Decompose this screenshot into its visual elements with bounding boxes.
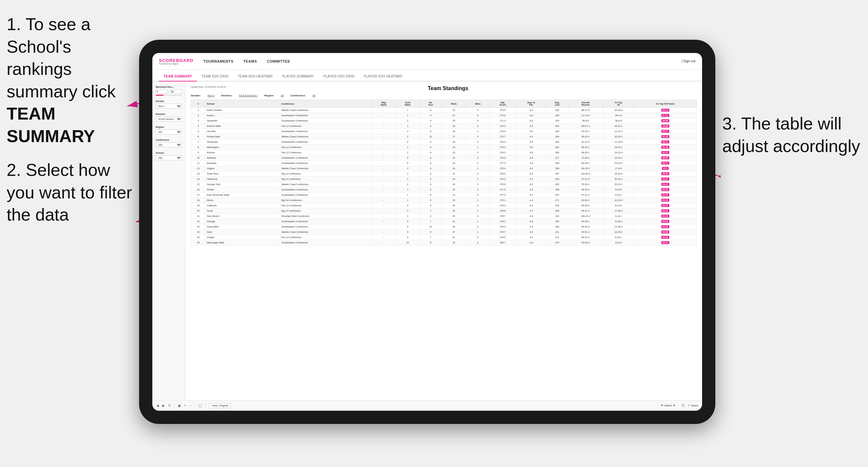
- toolbar-copy-icon[interactable]: ▣: [178, 404, 181, 407]
- col-wins: Wins: [466, 100, 490, 107]
- table-row[interactable]: 13 Texas Tech Big 12 Conference - 1 9 27…: [191, 171, 697, 177]
- cell-overall: 109-24-2: [568, 214, 603, 219]
- cell-adj: -2.0: [516, 224, 547, 229]
- toolbar-forward-icon[interactable]: ▶: [162, 404, 165, 407]
- sub-nav-team-h2h-grid[interactable]: TEAM H2H GRID: [197, 72, 233, 82]
- cell-rag: -: [372, 187, 396, 192]
- sub-nav-team-h2h-heatmap[interactable]: TEAM H2H HEATMAP: [233, 72, 278, 82]
- cell-rnds: 23: [441, 145, 466, 150]
- filter-school-select[interactable]: (All): [156, 155, 182, 160]
- toolbar-grid-icon[interactable]: ☶: [682, 404, 685, 407]
- table-row[interactable]: 9 Arizona Pac-12 Conference - 2 8 23 2 2…: [191, 150, 697, 155]
- table-row[interactable]: 25 Oregon Pac-12 Conference - 9 7 21 0 2…: [191, 235, 697, 240]
- cell-adj: -4.0: [516, 124, 547, 129]
- table-row[interactable]: 21 New Mexico Mountain West Conference -…: [191, 214, 697, 219]
- table-row[interactable]: 24 Duke Atlantic Coast Conference - 5 9 …: [191, 229, 697, 235]
- cell-conf: 1: [396, 214, 420, 219]
- filter-gender-select[interactable]: Men's Women's: [156, 104, 182, 108]
- table-row[interactable]: 12 Virginia Atlantic Coast Conference - …: [191, 166, 697, 171]
- cell-rank: 26: [191, 240, 206, 245]
- cell-top25-rec: 13-24-1: [603, 155, 634, 161]
- cell-conference: Southeastern Conference: [280, 224, 372, 229]
- table-row[interactable]: 17 East Tennessee State Southeastern Con…: [191, 192, 697, 198]
- cell-tour: 8: [420, 240, 441, 245]
- toolbar-plus-icon[interactable]: +: [184, 404, 186, 407]
- rank-badge: 83.54: [661, 220, 669, 223]
- cell-score: 277.4: [490, 192, 516, 198]
- cell-rag: -: [372, 192, 396, 198]
- cell-avg-low: 267: [546, 192, 568, 198]
- sub-nav-player-summary[interactable]: PLAYER SUMMARY: [278, 72, 319, 82]
- cell-conf: 9: [396, 224, 420, 229]
- filter-school-label: School: [156, 151, 182, 154]
- table-row[interactable]: 20 Texas Big 12 Conference - 3 7 22 3 27…: [191, 208, 697, 214]
- cell-rnds: 27: [441, 229, 466, 235]
- filter-region-select[interactable]: N/A All: [156, 129, 182, 134]
- table-row[interactable]: 22 Georgia Southeastern Conference - 8 7…: [191, 219, 697, 224]
- table-row[interactable]: 19 California Pac-12 Conference - 4 8 24…: [191, 203, 697, 208]
- cell-score: 277.5: [490, 187, 516, 192]
- cell-avg-low: 264: [546, 134, 568, 139]
- nav-committee[interactable]: COMMITTEE: [267, 59, 290, 63]
- cell-adj: -1.8: [516, 240, 547, 245]
- cell-school: Florida State: [206, 134, 280, 139]
- filter-conference-select[interactable]: (All): [156, 143, 182, 147]
- filter-min-input[interactable]: [156, 89, 167, 94]
- table-row[interactable]: 6 Florida State Atlantic Coast Conferenc…: [191, 134, 697, 139]
- table-row[interactable]: 8 Washington Pac-12 Conference - 2 8 23 …: [191, 145, 697, 150]
- cell-conf: 1: [396, 113, 420, 118]
- rank-badge: 83.47: [661, 183, 669, 186]
- col-avg-low: Avg.Low: [546, 100, 568, 107]
- table-row[interactable]: 14 Oklahoma Big 12 Conference - 2 8 24 2…: [191, 177, 697, 182]
- cell-badge: 83.34: [634, 171, 696, 177]
- nav-sign-out[interactable]: | Sign out: [682, 59, 695, 63]
- cell-adj: -5.0: [516, 129, 547, 134]
- toolbar-back-icon[interactable]: ◀: [156, 404, 159, 407]
- rank-badge: 80.71: [661, 162, 669, 165]
- table-row[interactable]: 4 Arizona State Pac-12 Conference - 1 9 …: [191, 124, 697, 129]
- toolbar-refresh-icon[interactable]: ↻: [168, 404, 171, 407]
- watch-button[interactable]: 👁 Watch ▼: [661, 404, 675, 407]
- table-row[interactable]: 23 Texas A&M Southeastern Conference - 9…: [191, 224, 697, 229]
- cell-tour: 6: [420, 129, 441, 134]
- table-row[interactable]: 10 Alabama Southeastern Conference - 5 8…: [191, 155, 697, 161]
- sub-nav-team-summary[interactable]: TEAM SUMMARY: [159, 72, 197, 82]
- cell-rnds: 18: [441, 129, 466, 134]
- nav-tournaments[interactable]: TOURNAMENTS: [203, 59, 234, 63]
- view-original-button[interactable]: View: Original: [209, 403, 231, 408]
- cell-wins: 3: [466, 208, 490, 214]
- table-row[interactable]: 11 Arkansas Southeastern Conference - 6 …: [191, 161, 697, 166]
- nav-teams[interactable]: TEAMS: [243, 59, 257, 63]
- filter-max-input[interactable]: [170, 89, 182, 94]
- sub-nav-player-h2h-grid[interactable]: PLAYER H2H GRID: [319, 72, 359, 82]
- table-row[interactable]: 1 North Carolina Atlantic Coast Conferen…: [191, 107, 697, 113]
- table-row[interactable]: 5 Ole Miss Southeastern Conference - 3 6…: [191, 129, 697, 134]
- cell-wins: 1: [466, 229, 490, 235]
- table-row[interactable]: 3 Vanderbilt Southeastern Conference - 2…: [191, 118, 697, 124]
- filter-division-select[interactable]: NCAA Division I NCAA Division II NCAA Di…: [156, 117, 182, 122]
- cell-avg-low: 262: [546, 129, 568, 134]
- table-row[interactable]: 26 Mississippi State Southeastern Confer…: [191, 240, 697, 245]
- sub-nav-player-h2h-heatmap[interactable]: PLAYER H2H HEATMAP: [359, 72, 407, 82]
- slider-bar[interactable]: [156, 95, 182, 96]
- cell-top25-rec: 11-19-0: [603, 139, 634, 145]
- cell-conf: 1: [396, 192, 420, 198]
- table-row[interactable]: 16 Florida Southeastern Conference - 7 9…: [191, 187, 697, 192]
- toolbar-minus-icon[interactable]: −: [189, 404, 191, 407]
- table-row[interactable]: 2 Auburn Southeastern Conference - 1 9 2…: [191, 113, 697, 118]
- cell-conf: 6: [396, 161, 420, 166]
- table-row[interactable]: 15 Georgia Tech Atlantic Coast Conferenc…: [191, 182, 697, 187]
- cell-adj: -0.8: [516, 214, 547, 219]
- cell-score: 278.2: [490, 203, 516, 208]
- toolbar-clock-icon[interactable]: ◯: [198, 404, 202, 407]
- table-row[interactable]: 7 Tennessee Southeastern Conference - 4 …: [191, 139, 697, 145]
- conference-pill-label: Conference:: [290, 94, 306, 97]
- cell-rnds: 27: [441, 113, 466, 118]
- cell-score: 279.5: [490, 139, 516, 145]
- table-row[interactable]: 18 Illinois Big Ten Conference - 1 9 23 …: [191, 198, 697, 203]
- cell-overall: 82-09-1: [568, 198, 603, 203]
- cell-avg-low: 265: [546, 182, 568, 187]
- share-button[interactable]: ↗ Share: [688, 404, 698, 407]
- cell-top25-rec: 9-24-0: [603, 187, 634, 192]
- cell-rank: 17: [191, 192, 206, 198]
